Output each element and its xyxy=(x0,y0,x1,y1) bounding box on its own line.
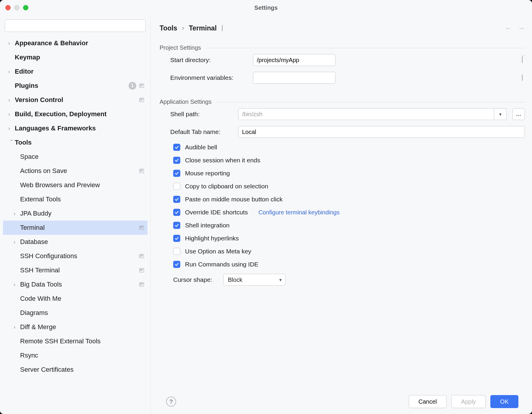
configure-keybindings-link[interactable]: Configure terminal keybindings xyxy=(258,209,340,216)
start-directory-label: Start directory: xyxy=(170,56,253,64)
checkbox-mouse-reporting[interactable] xyxy=(173,170,180,177)
sidebar-item-terminal[interactable]: Terminal xyxy=(3,221,147,235)
breadcrumb: Tools › Terminal ← → xyxy=(160,21,525,35)
project-indicator-icon xyxy=(139,84,144,88)
checkbox-label: Run Commands using IDE xyxy=(185,261,259,268)
checkbox-label: Audible bell xyxy=(185,144,217,151)
project-settings-legend: Project Settings xyxy=(160,44,205,51)
titlebar: Settings xyxy=(0,0,532,15)
help-button[interactable]: ? xyxy=(166,397,176,407)
project-indicator-icon xyxy=(139,226,144,230)
shell-path-dropdown[interactable]: ▾ xyxy=(494,108,507,120)
checkbox-label: Use Option as Meta key xyxy=(185,248,251,255)
project-indicator-icon xyxy=(139,98,144,102)
sidebar-item-database[interactable]: ›Database xyxy=(3,235,147,249)
checkbox-paste-middle[interactable] xyxy=(173,196,180,203)
checkbox-label: Shell integration xyxy=(185,222,230,229)
settings-window: Settings ›Appearance & Behavior Keymap ›… xyxy=(0,0,532,414)
checkbox-row-close-session: Close session when it ends xyxy=(160,154,525,167)
chevron-right-icon: › xyxy=(8,111,15,117)
checkbox-option-meta[interactable] xyxy=(173,248,180,255)
chevron-right-icon: › xyxy=(14,282,20,288)
checkbox-row-paste-middle: Paste on middle mouse button click xyxy=(160,193,525,206)
main-panel: Tools › Terminal ← → Project Settings St… xyxy=(151,15,532,414)
checkbox-close-session[interactable] xyxy=(173,157,180,164)
sidebar-item-web-browsers[interactable]: Web Browsers and Preview xyxy=(3,178,147,192)
env-vars-label: Environment variables: xyxy=(170,74,253,81)
sidebar-item-appearance[interactable]: ›Appearance & Behavior xyxy=(3,36,147,50)
sidebar-item-server-certs[interactable]: Server Certificates xyxy=(3,363,147,377)
sidebar-item-external-tools[interactable]: External Tools xyxy=(3,192,147,206)
checkbox-highlight-links[interactable] xyxy=(173,235,180,242)
default-tab-name-label: Default Tab name: xyxy=(170,128,238,135)
apply-button[interactable]: Apply xyxy=(451,395,486,408)
sidebar-item-actions-on-save[interactable]: Actions on Save xyxy=(3,164,147,178)
list-icon[interactable] xyxy=(522,75,523,81)
project-indicator-icon xyxy=(139,282,144,287)
browse-button[interactable]: ... xyxy=(512,108,525,120)
shell-path-input[interactable] xyxy=(238,108,494,120)
breadcrumb-leaf: Terminal xyxy=(189,24,217,32)
application-settings-legend: Application Settings xyxy=(160,98,216,105)
checkbox-label: Override IDE shortcuts xyxy=(185,209,248,216)
sidebar-item-ssh-terminal[interactable]: SSH Terminal xyxy=(3,263,147,277)
breadcrumb-root[interactable]: Tools xyxy=(160,24,177,32)
sidebar-item-build[interactable]: ›Build, Execution, Deployment xyxy=(3,107,147,121)
sidebar-item-keymap[interactable]: Keymap xyxy=(3,50,147,64)
folder-icon[interactable] xyxy=(522,57,523,63)
sidebar-item-plugins[interactable]: Plugins1 xyxy=(3,79,147,93)
start-directory-input[interactable] xyxy=(253,54,335,66)
checkbox-row-highlight-links: Highlight hyperlinks xyxy=(160,232,525,245)
update-badge: 1 xyxy=(129,82,136,90)
sidebar-item-rsync[interactable]: Rsync xyxy=(3,348,147,363)
checkbox-row-audible-bell: Audible bell xyxy=(160,141,525,154)
shell-path-label: Shell path: xyxy=(170,111,238,118)
cursor-shape-select[interactable]: Block xyxy=(223,274,286,286)
checkbox-label: Close session when it ends xyxy=(185,157,260,164)
sidebar-item-remote-ssh[interactable]: Remote SSH External Tools xyxy=(3,334,147,348)
chevron-right-icon: › xyxy=(14,211,20,217)
search-input[interactable] xyxy=(5,20,146,32)
nav-forward-icon[interactable]: → xyxy=(518,24,525,32)
checkbox-label: Copy to clipboard on selection xyxy=(185,183,268,190)
footer: ? Cancel Apply OK xyxy=(160,389,525,414)
sidebar-item-big-data[interactable]: ›Big Data Tools xyxy=(3,277,147,292)
default-tab-name-input[interactable] xyxy=(238,126,525,138)
sidebar-item-space[interactable]: Space xyxy=(3,150,147,164)
checkbox-row-copy-clipboard: Copy to clipboard on selection xyxy=(160,180,525,193)
sidebar-item-code-with-me[interactable]: Code With Me xyxy=(3,292,147,306)
chevron-right-icon: › xyxy=(8,97,15,103)
project-indicator-icon xyxy=(139,268,144,272)
chevron-right-icon: › xyxy=(14,324,20,330)
sidebar-item-editor[interactable]: ›Editor xyxy=(3,64,147,79)
checkbox-row-mouse-reporting: Mouse reporting xyxy=(160,167,525,180)
sidebar-item-tools[interactable]: ›Tools xyxy=(3,135,147,150)
cursor-shape-label: Cursor shape: xyxy=(173,276,223,283)
project-indicator-icon xyxy=(222,25,223,31)
window-title: Settings xyxy=(0,4,532,11)
checkbox-audible-bell[interactable] xyxy=(173,144,180,151)
chevron-right-icon: › xyxy=(182,24,184,32)
checkbox-row-run-ide: Run Commands using IDE xyxy=(160,258,525,271)
chevron-right-icon: › xyxy=(8,40,15,46)
sidebar-item-languages[interactable]: ›Languages & Frameworks xyxy=(3,121,147,135)
ok-button[interactable]: OK xyxy=(490,395,518,408)
cancel-button[interactable]: Cancel xyxy=(409,395,447,408)
env-vars-input[interactable] xyxy=(253,72,335,84)
sidebar-item-version-control[interactable]: ›Version Control xyxy=(3,93,147,107)
nav-back-icon[interactable]: ← xyxy=(505,24,512,32)
sidebar-item-jpa-buddy[interactable]: ›JPA Buddy xyxy=(3,206,147,221)
sidebar-item-diagrams[interactable]: Diagrams xyxy=(3,306,147,320)
checkbox-override-ide[interactable] xyxy=(173,209,180,216)
chevron-right-icon: › xyxy=(8,69,15,75)
chevron-right-icon: › xyxy=(8,125,15,132)
checkbox-row-option-meta: Use Option as Meta key xyxy=(160,245,525,258)
checkbox-run-ide[interactable] xyxy=(173,261,180,268)
chevron-down-icon: › xyxy=(9,139,15,146)
checkbox-row-override-ide: Override IDE shortcutsConfigure terminal… xyxy=(160,206,525,219)
sidebar-item-ssh-config[interactable]: SSH Configurations xyxy=(3,249,147,263)
checkbox-copy-clipboard[interactable] xyxy=(173,183,180,190)
checkbox-shell-integration[interactable] xyxy=(173,222,180,229)
sidebar-item-diff-merge[interactable]: ›Diff & Merge xyxy=(3,320,147,334)
project-indicator-icon xyxy=(139,254,144,258)
